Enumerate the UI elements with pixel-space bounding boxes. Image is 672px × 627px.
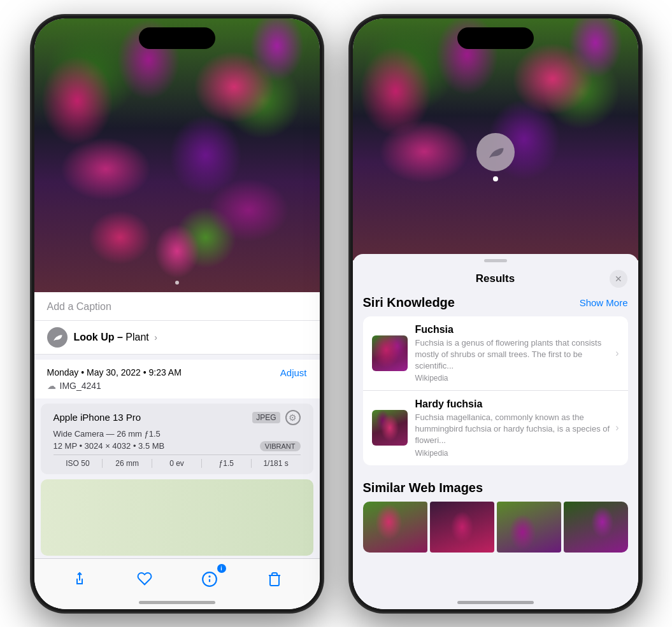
visual-lookup-leaf-icon (486, 143, 505, 162)
map-section[interactable] (41, 479, 313, 556)
fuchsia-chevron: › (615, 348, 618, 359)
visual-lookup-button[interactable] (476, 133, 515, 171)
hardy-fuchsia-chevron: › (615, 422, 618, 433)
adjust-button[interactable]: Adjust (280, 367, 307, 378)
siri-item-fuchsia[interactable]: Fuchsia Fuchsia is a genus of flowering … (363, 316, 628, 391)
dynamic-island (139, 27, 215, 49)
cloud-icon: ☁ (47, 381, 56, 391)
right-photo-view (353, 18, 638, 260)
camera-row1: Apple iPhone 13 Pro JPEG ⚙ (54, 410, 301, 425)
siri-header: Siri Knowledge Show More (363, 295, 628, 310)
similar-images-title: Similar Web Images (363, 481, 628, 495)
info-badge: i (217, 564, 226, 573)
exif-iso: ISO 50 (54, 459, 103, 468)
hardy-fuchsia-thumbnail (372, 410, 408, 446)
results-title: Results (476, 272, 515, 285)
caption-area[interactable]: Add a Caption (34, 292, 320, 321)
siri-card: Fuchsia Fuchsia is a genus of flowering … (363, 316, 628, 465)
drag-handle[interactable] (484, 259, 507, 262)
gear-icon: ⚙ (289, 412, 297, 423)
left-phone: Add a Caption Look Up – Plant › (31, 15, 324, 613)
results-panel: Results ✕ Siri Knowledge Show More (353, 254, 638, 609)
share-icon (72, 571, 87, 590)
style-badge: VIBRANT (260, 441, 301, 451)
right-phone: Results ✕ Siri Knowledge Show More (349, 15, 642, 613)
caption-placeholder: Add a Caption (47, 301, 111, 312)
share-button[interactable] (66, 567, 94, 595)
fuchsia-content: Fuchsia Fuchsia is a genus of flowering … (415, 324, 611, 383)
lookup-chevron: › (154, 332, 157, 342)
close-icon: ✕ (615, 274, 622, 284)
exif-ev: 0 ev (152, 459, 202, 468)
favorite-button[interactable] (131, 567, 159, 595)
right-home-indicator (457, 601, 534, 604)
similar-images-section: Similar Web Images (353, 473, 638, 558)
similar-image-3[interactable] (497, 502, 561, 553)
exif-row: ISO 50 26 mm 0 ev ƒ1.5 1/181 s (54, 454, 301, 468)
date-text: Monday • May 30, 2022 • 9:23 AM (47, 367, 182, 377)
home-indicator (139, 601, 215, 604)
hardy-fuchsia-description: Fuchsia magellanica, commonly known as t… (415, 412, 611, 447)
heart-icon (137, 571, 152, 590)
info-section: Add a Caption Look Up – Plant › (34, 292, 320, 556)
fuchsia-thumbnail (372, 335, 408, 371)
image-filename: IMG_4241 (60, 381, 101, 391)
leaf-icon (52, 332, 63, 343)
right-screen: Results ✕ Siri Knowledge Show More (353, 18, 638, 609)
hardy-fuchsia-source: Wikipedia (415, 449, 611, 458)
camera-section: Apple iPhone 13 Pro JPEG ⚙ Wide Camera —… (41, 404, 313, 474)
info-button[interactable]: i (196, 567, 224, 595)
exif-aperture: ƒ1.5 (202, 459, 252, 468)
siri-item-hardy-fuchsia[interactable]: Hardy fuchsia Fuchsia magellanica, commo… (363, 391, 628, 465)
exif-focal: 26 mm (103, 459, 152, 468)
visual-lookup-icon (47, 327, 68, 348)
left-screen: Add a Caption Look Up – Plant › (34, 18, 320, 609)
fuchsia-description: Fuchsia is a genus of flowering plants t… (415, 337, 611, 372)
hardy-fuchsia-title: Hardy fuchsia (415, 398, 611, 410)
similar-images-grid (363, 502, 628, 553)
similar-image-4[interactable] (564, 502, 628, 553)
exif-shutter: 1/181 s (252, 459, 301, 468)
format-badge: JPEG (252, 412, 280, 423)
similar-image-1[interactable] (363, 502, 427, 553)
trash-icon (267, 572, 282, 589)
lookup-label: Look Up – Plant › (74, 332, 157, 343)
date-row: Monday • May 30, 2022 • 9:23 AM Adjust (47, 367, 307, 378)
show-more-button[interactable]: Show More (580, 297, 628, 308)
fuchsia-title: Fuchsia (415, 324, 611, 335)
settings-circle[interactable]: ⚙ (285, 410, 301, 425)
similar-image-2[interactable] (430, 502, 494, 553)
date-section: Monday • May 30, 2022 • 9:23 AM Adjust ☁… (34, 360, 320, 398)
page-indicator (175, 281, 179, 285)
lookup-row[interactable]: Look Up – Plant › (34, 321, 320, 355)
camera-resolution: 12 MP • 3024 × 4032 • 3.5 MB VIBRANT (54, 441, 301, 451)
siri-knowledge-section: Siri Knowledge Show More Fuchsia Fuchsia… (353, 295, 638, 473)
delete-button[interactable] (261, 567, 289, 595)
fuchsia-source: Wikipedia (415, 374, 611, 383)
lookup-dot (493, 176, 498, 181)
photo-view[interactable] (34, 18, 320, 292)
camera-model: Apple iPhone 13 Pro (54, 412, 141, 423)
map-bg (41, 479, 313, 556)
results-header: Results ✕ (353, 265, 638, 295)
right-dynamic-island (457, 27, 534, 49)
camera-badges: JPEG ⚙ (252, 410, 300, 425)
hardy-fuchsia-content: Hardy fuchsia Fuchsia magellanica, commo… (415, 398, 611, 458)
info-icon (201, 571, 218, 590)
location-row: ☁ IMG_4241 (47, 381, 307, 391)
camera-wide: Wide Camera — 26 mm ƒ1.5 (54, 429, 301, 439)
close-button[interactable]: ✕ (610, 270, 627, 288)
siri-knowledge-title: Siri Knowledge (363, 295, 455, 310)
flower-image-bg (34, 18, 320, 292)
